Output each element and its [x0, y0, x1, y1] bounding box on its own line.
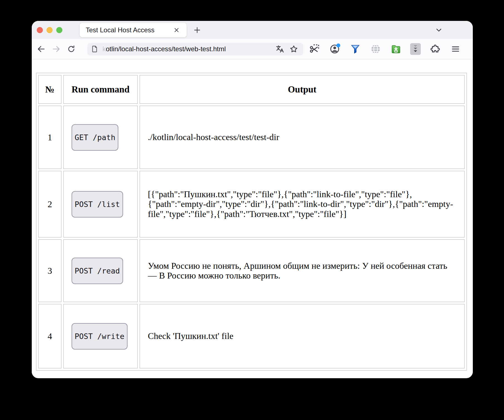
plus-icon: [193, 26, 201, 34]
row-number: 1: [38, 106, 62, 169]
tab-title: Test Local Host Access: [86, 26, 170, 34]
green-folder-download-icon: [391, 44, 401, 54]
table-row: 1 GET /path ./kotlin/local-host-access/t…: [38, 106, 465, 169]
scroll-down-extension-button[interactable]: [410, 43, 421, 55]
page-icon: [91, 45, 99, 53]
save-folder-extension-button[interactable]: [390, 43, 402, 55]
close-tab-button[interactable]: [170, 24, 183, 36]
header-output: Output: [140, 75, 465, 104]
test-results-table: № Run command Output 1 GET /path ./kotli…: [36, 73, 467, 371]
globe-icon: [370, 44, 381, 54]
new-tab-button[interactable]: [191, 24, 203, 36]
funnel-icon: [350, 44, 360, 54]
get-path-button[interactable]: GET /path: [72, 124, 118, 151]
navigation-toolbar: kotlin/local-host-access/test/web-test.h…: [32, 39, 473, 59]
triple-down-arrows-icon: [412, 44, 419, 54]
translate-icon: [276, 45, 284, 53]
back-button[interactable]: [35, 43, 47, 55]
table-row: 2 POST /list [{"path":"Пушкин.txt","type…: [38, 171, 465, 238]
reload-icon: [67, 45, 75, 53]
output-cell: ./kotlin/local-host-access/test/test-dir: [140, 106, 465, 169]
hamburger-menu-icon: [451, 44, 460, 54]
menu-button[interactable]: [449, 43, 462, 55]
extension-toolbar: [308, 43, 462, 55]
output-cell: Умом Россию не понять, Аршином общим не …: [140, 239, 465, 302]
page-content: № Run command Output 1 GET /path ./kotli…: [32, 59, 473, 378]
output-cell: [{"path":"Пушкин.txt","type":"file"},{"p…: [140, 171, 465, 238]
tab-bar: Test Local Host Access: [32, 21, 473, 39]
forward-arrow-icon: [52, 45, 61, 53]
row-number: 2: [38, 171, 62, 238]
bookmark-button[interactable]: [288, 43, 300, 55]
url-bar[interactable]: kotlin/local-host-access/test/web-test.h…: [87, 43, 303, 55]
filter-extension-button[interactable]: [349, 43, 361, 55]
table-header-row: № Run command Output: [38, 75, 465, 104]
row-number: 4: [38, 304, 62, 368]
window-controls: [37, 27, 62, 33]
header-num: №: [38, 75, 62, 104]
post-read-button[interactable]: POST /read: [72, 258, 123, 284]
url-faded-char: k: [102, 45, 106, 53]
extensions-button[interactable]: [429, 43, 441, 55]
account-extension-button[interactable]: [329, 43, 341, 55]
browser-window: Test Local Host Access kotli: [32, 21, 473, 378]
minimize-window-button[interactable]: [47, 27, 53, 33]
scissors-icon: [309, 44, 319, 54]
table-row: 3 POST /read Умом Россию не понять, Арши…: [38, 239, 465, 302]
close-window-button[interactable]: [37, 27, 43, 33]
translate-button[interactable]: [274, 43, 286, 55]
close-icon: [173, 27, 180, 33]
row-number: 3: [38, 239, 62, 302]
list-all-tabs-button[interactable]: [433, 24, 445, 36]
url-text: kotlin/local-host-access/test/web-test.h…: [102, 45, 274, 53]
output-cell: Check 'Пушкин.txt' file: [140, 304, 465, 368]
browser-tab[interactable]: Test Local Host Access: [80, 23, 187, 37]
puzzle-piece-icon: [430, 44, 440, 54]
forward-button[interactable]: [50, 43, 62, 55]
post-list-button[interactable]: POST /list: [72, 191, 123, 218]
chevron-down-icon: [435, 26, 443, 34]
reload-button[interactable]: [65, 43, 77, 55]
maximize-window-button[interactable]: [56, 27, 62, 33]
star-icon: [290, 45, 298, 53]
globe-extension-button[interactable]: [370, 43, 382, 55]
table-row: 4 POST /write Check 'Пушкин.txt' file: [38, 304, 465, 368]
header-command: Run command: [63, 75, 138, 104]
post-write-button[interactable]: POST /write: [72, 323, 128, 350]
screenshot-extension-button[interactable]: [308, 43, 320, 55]
back-arrow-icon: [37, 45, 46, 53]
